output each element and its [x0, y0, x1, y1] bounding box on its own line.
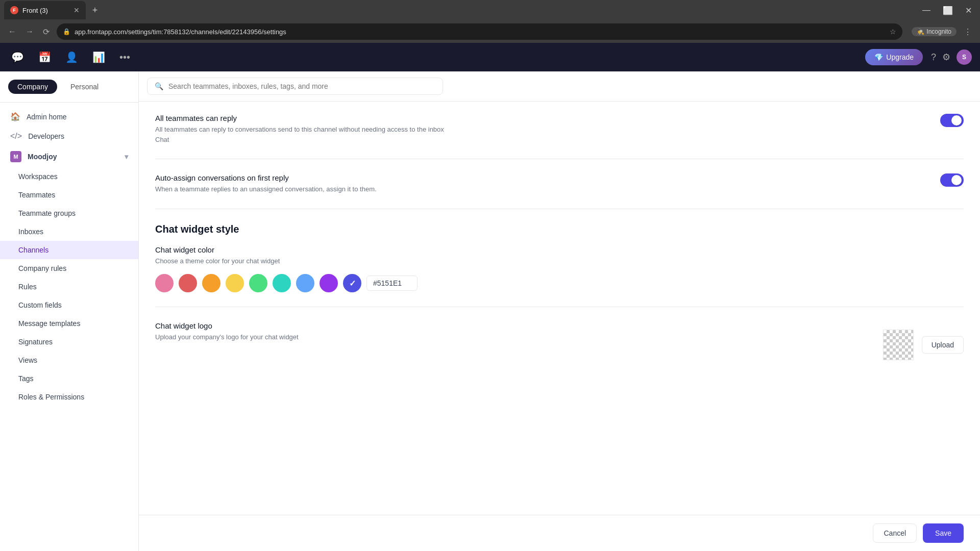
color-swatch-light-blue[interactable] [296, 274, 314, 292]
all-teammates-section: All teammates can reply All teammates ca… [155, 114, 964, 159]
analytics-icon[interactable]: 📊 [89, 48, 108, 66]
all-teammates-title: All teammates can reply [155, 114, 451, 122]
more-options-button[interactable]: ⋮ [962, 25, 974, 39]
inbox-icon[interactable]: 💬 [8, 48, 27, 66]
all-teammates-toggle[interactable] [940, 114, 964, 127]
back-button[interactable]: ← [6, 25, 18, 38]
active-tab[interactable]: F Front (3) ✕ [4, 1, 86, 19]
more-apps-icon[interactable]: ••• [116, 48, 133, 66]
forward-button[interactable]: → [23, 25, 36, 38]
chat-widget-style-title: Chat widget style [155, 223, 964, 235]
sidebar-item-rules[interactable]: Rules [0, 278, 138, 296]
close-window-button[interactable]: ✕ [961, 4, 976, 17]
auto-assign-row: Auto-assign conversations on first reply… [155, 173, 964, 194]
chat-widget-style-section: Chat widget style Chat widget color Choo… [155, 223, 964, 308]
save-button[interactable]: Save [923, 523, 964, 543]
sidebar-item-signatures[interactable]: Signatures [0, 333, 138, 351]
refresh-button[interactable]: ⟳ [41, 25, 52, 39]
all-teammates-row: All teammates can reply All teammates ca… [155, 114, 964, 144]
tab-bar: F Front (3) ✕ + — ⬜ ✕ [0, 0, 980, 20]
sidebar-item-label: Signatures [18, 338, 53, 346]
sidebar-item-workspaces[interactable]: Workspaces [0, 167, 138, 186]
sidebar-item-views[interactable]: Views [0, 351, 138, 369]
auto-assign-title: Auto-assign conversations on first reply [155, 173, 377, 182]
new-tab-button[interactable]: + [88, 3, 102, 17]
home-icon: 🏠 [10, 112, 20, 121]
sidebar-item-label: Rules [18, 283, 37, 291]
upgrade-button[interactable]: 💎 Upgrade [865, 49, 923, 65]
code-icon: </> [10, 132, 22, 141]
color-description: Choose a theme color for your chat widge… [155, 256, 280, 266]
search-wrapper: 🔍 [147, 78, 443, 95]
color-swatch-pink[interactable] [155, 274, 174, 292]
browser-actions: 🕵️ Incognito ⋮ [912, 25, 974, 39]
moodjoy-label: Moodjoy [28, 153, 57, 161]
sidebar-item-channels[interactable]: Channels [0, 241, 138, 259]
settings-content: All teammates can reply All teammates ca… [139, 102, 980, 515]
color-title: Chat widget color [155, 245, 280, 254]
address-bar[interactable]: 🔒 app.frontapp.com/settings/tim:7858132/… [57, 23, 902, 40]
bookmark-icon: ☆ [890, 28, 896, 36]
company-personal-toggle: Company Personal [0, 71, 138, 103]
address-bar-row: ← → ⟳ 🔒 app.frontapp.com/settings/tim:78… [0, 20, 980, 43]
sidebar-item-tags[interactable]: Tags [0, 369, 138, 388]
personal-toggle-button[interactable]: Personal [61, 80, 108, 94]
help-icon[interactable]: ? [931, 52, 936, 63]
app-toolbar: 💬 📅 👤 📊 ••• 💎 Upgrade ? ⚙ S [0, 43, 980, 71]
toolbar-right: ? ⚙ S [931, 49, 972, 65]
avatar[interactable]: S [957, 49, 972, 65]
sidebar-group-moodjoy[interactable]: M Moodjoy ▾ [0, 146, 138, 167]
auto-assign-toggle[interactable] [940, 173, 964, 187]
sidebar-item-admin-home[interactable]: 🏠 Admin home [0, 107, 138, 127]
sidebar-item-developers[interactable]: </> Developers [0, 127, 138, 146]
sidebar-item-teammate-groups[interactable]: Teammate groups [0, 204, 138, 222]
logo-info: Chat widget logo Upload your company's l… [155, 321, 299, 342]
color-hex-input[interactable] [366, 276, 418, 291]
search-icon: 🔍 [155, 82, 163, 90]
sidebar-item-label: Teammate groups [18, 209, 76, 217]
maximize-button[interactable]: ⬜ [939, 4, 957, 17]
sidebar-item-label: Admin home [27, 113, 67, 121]
cancel-button[interactable]: Cancel [873, 523, 917, 543]
color-swatch-purple[interactable] [320, 274, 338, 292]
logo-description: Upload your company's logo for your chat… [155, 332, 299, 342]
sidebar-item-label: Developers [28, 132, 64, 140]
color-swatch-orange[interactable] [202, 274, 220, 292]
sidebar-item-custom-fields[interactable]: Custom fields [0, 296, 138, 314]
incognito-icon: 🕵️ [917, 28, 924, 35]
color-swatch-green[interactable] [249, 274, 267, 292]
bottom-action-bar: Cancel Save [139, 515, 980, 551]
color-swatch-indigo[interactable] [343, 274, 361, 292]
sidebar-item-roles-permissions[interactable]: Roles & Permissions [0, 388, 138, 406]
sidebar-item-inboxes[interactable]: Inboxes [0, 222, 138, 241]
window-controls: — ⬜ ✕ [918, 4, 976, 17]
content-area: 🔍 All teammates can reply All teammates … [139, 71, 980, 551]
all-teammates-info: All teammates can reply All teammates ca… [155, 114, 451, 144]
search-input[interactable] [168, 82, 435, 90]
tab-close-button[interactable]: ✕ [74, 6, 80, 14]
sidebar-item-label: Custom fields [18, 301, 62, 309]
sidebar-item-company-rules[interactable]: Company rules [0, 259, 138, 278]
contacts-icon[interactable]: 👤 [62, 48, 81, 66]
tab-favicon: F [10, 6, 18, 14]
color-swatch-teal[interactable] [273, 274, 291, 292]
settings-icon[interactable]: ⚙ [942, 52, 950, 63]
sidebar-item-label: Workspaces [18, 172, 58, 181]
calendar-icon[interactable]: 📅 [35, 48, 54, 66]
company-toggle-button[interactable]: Company [8, 80, 57, 94]
sidebar-nav: 🏠 Admin home </> Developers M Moodjoy ▾ … [0, 103, 138, 410]
color-setting-row: Chat widget color Choose a theme color f… [155, 245, 964, 266]
upload-button[interactable]: Upload [922, 336, 964, 354]
auto-assign-description: When a teammate replies to an unassigned… [155, 184, 377, 194]
auto-assign-section: Auto-assign conversations on first reply… [155, 173, 964, 209]
sidebar-item-teammates[interactable]: Teammates [0, 186, 138, 204]
logo-preview [883, 330, 914, 360]
sidebar-item-message-templates[interactable]: Message templates [0, 314, 138, 333]
minimize-button[interactable]: — [918, 4, 935, 17]
chat-widget-color-section: Chat widget color Choose a theme color f… [155, 245, 964, 293]
logo-title: Chat widget logo [155, 321, 299, 330]
incognito-indicator: 🕵️ Incognito [912, 27, 957, 36]
color-swatch-red[interactable] [179, 274, 197, 292]
color-swatch-yellow[interactable] [226, 274, 244, 292]
chat-widget-logo-section: Chat widget logo Upload your company's l… [155, 321, 964, 374]
